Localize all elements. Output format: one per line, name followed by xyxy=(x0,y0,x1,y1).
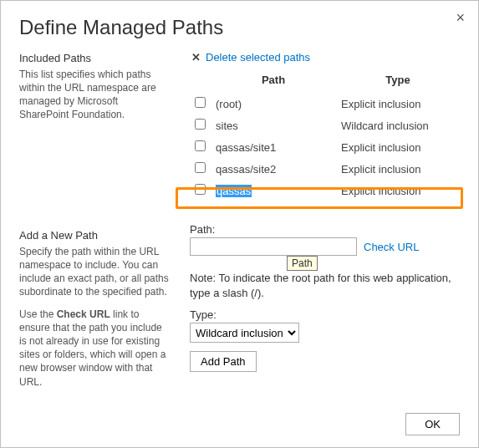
check-url-link[interactable]: Check URL xyxy=(364,241,419,253)
col-type: Type xyxy=(336,70,460,93)
row-checkbox[interactable] xyxy=(195,184,206,195)
row-path: (root) xyxy=(211,93,336,115)
row-path: qassas/site1 xyxy=(211,136,336,158)
dialog-title: Define Managed Paths xyxy=(19,16,460,39)
row-checkbox[interactable] xyxy=(195,119,206,130)
path-tooltip: Path xyxy=(287,256,318,271)
delete-icon: ✕ xyxy=(191,51,201,64)
row-path: qassas xyxy=(211,180,336,201)
path-label: Path: xyxy=(190,223,460,236)
table-row: (root) Explicit inclusion xyxy=(190,93,460,115)
add-heading: Add a New Path xyxy=(19,228,170,243)
add-desc1: Specify the path within the URL namespac… xyxy=(19,245,170,299)
add-path-button[interactable]: Add Path xyxy=(190,351,257,372)
ok-button[interactable]: OK xyxy=(405,413,460,435)
path-note: Note: To indicate the root path for this… xyxy=(190,271,460,300)
table-row: qassas Explicit inclusion xyxy=(190,180,460,201)
row-checkbox[interactable] xyxy=(195,162,206,173)
delete-selected-label: Delete selected paths xyxy=(206,51,310,64)
add-desc2: Use the Check URL link to ensure that th… xyxy=(19,308,170,389)
row-type: Explicit inclusion xyxy=(336,180,460,201)
table-row: sites Wildcard inclusion xyxy=(190,115,460,136)
type-label: Type: xyxy=(190,308,460,321)
delete-selected-link[interactable]: ✕ Delete selected paths xyxy=(191,51,310,64)
row-path: sites xyxy=(211,115,336,136)
row-type: Explicit inclusion xyxy=(336,158,460,180)
path-input[interactable] xyxy=(190,237,357,256)
paths-table: Path Type (root) Explicit inclusion site… xyxy=(190,70,460,201)
row-type: Explicit inclusion xyxy=(336,93,460,115)
row-type: Wildcard inclusion xyxy=(336,115,460,136)
row-checkbox[interactable] xyxy=(195,140,206,151)
row-type: Explicit inclusion xyxy=(336,136,460,158)
col-path: Path xyxy=(211,70,336,93)
col-checkbox xyxy=(190,70,211,93)
table-row: qassas/site1 Explicit inclusion xyxy=(190,136,460,158)
included-heading: Included Paths xyxy=(19,51,170,66)
type-select[interactable]: Wildcard inclusion Explicit inclusion xyxy=(190,323,299,343)
close-icon[interactable]: × xyxy=(456,9,465,27)
row-path: qassas/site2 xyxy=(211,158,336,180)
table-row: qassas/site2 Explicit inclusion xyxy=(190,158,460,180)
included-desc: This list specifies which paths within t… xyxy=(19,68,170,122)
row-checkbox[interactable] xyxy=(195,97,206,108)
